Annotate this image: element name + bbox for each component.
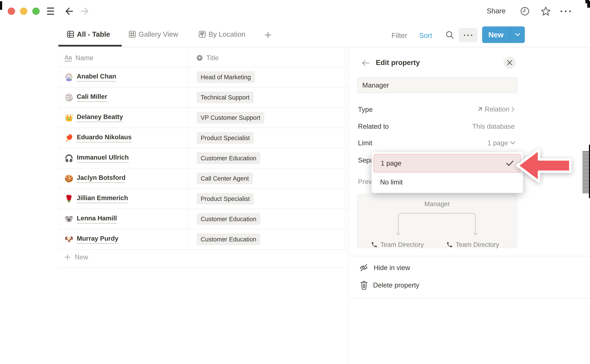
edge-artifact	[0, 1, 2, 10]
column-divider[interactable]	[188, 49, 188, 247]
table-row[interactable]: 🎡 Anabel Chan Head of Marketing	[58, 67, 348, 87]
name-cell[interactable]: 🏓 Eduardo Nikolaus	[58, 133, 188, 142]
name-cell[interactable]: 🏐 Cali Miller	[58, 93, 188, 102]
share-button[interactable]: Share	[487, 7, 506, 15]
row-title-pill: Head of Marketing	[197, 71, 255, 83]
back-icon[interactable]	[65, 7, 74, 15]
row-name-link[interactable]: Jillian Emmerich	[77, 194, 128, 203]
table-row[interactable]: 🏐 Cali Miller Technical Support	[58, 87, 348, 108]
type-value[interactable]: Relation	[477, 105, 515, 113]
table-view-icon	[67, 31, 74, 38]
name-cell[interactable]: 🐶 Murray Purdy	[58, 235, 188, 244]
tab-all-table[interactable]: All - Table	[67, 30, 110, 38]
table-row[interactable]: 🌹 Jillian Emmerich Product Specialist	[58, 189, 348, 209]
check-icon	[506, 160, 514, 166]
close-window-button[interactable]	[8, 7, 15, 15]
title-cell[interactable]: Customer Education	[188, 213, 348, 225]
limit-value[interactable]: 1 page	[487, 139, 516, 147]
column-header-name[interactable]: Aa Name	[58, 54, 188, 62]
more-options-icon[interactable]	[561, 10, 571, 12]
limit-dropdown-menu: 1 page No limit	[372, 152, 523, 193]
select-property-icon	[197, 55, 203, 61]
hide-in-view-button[interactable]: Hide in view	[359, 263, 410, 273]
row-title-pill: Product Specialist	[197, 132, 254, 144]
name-cell[interactable]: 👑 Delaney Beatty	[58, 113, 188, 122]
panel-title: Edit property	[376, 58, 420, 67]
row-title-pill: Product Specialist	[197, 193, 254, 205]
delete-property-button[interactable]: Delete property	[360, 280, 419, 290]
preview-child-right: Team Directory	[446, 241, 499, 248]
annotation-arrow	[513, 143, 578, 189]
phone-icon	[446, 241, 453, 248]
tab-gallery-view[interactable]: Gallery View	[129, 30, 178, 38]
history-clock-icon[interactable]	[520, 6, 530, 16]
type-label: Type	[358, 106, 373, 113]
name-cell[interactable]: 🌹 Jillian Emmerich	[58, 194, 188, 203]
row-title-pill: Customer Education	[197, 213, 260, 225]
row-title-pill: Technical Support	[197, 91, 254, 103]
row-name-link[interactable]: Lenna Hamill	[77, 214, 117, 223]
name-cell[interactable]: 🎧 Immanuel Ullrich	[58, 154, 188, 162]
name-cell[interactable]: 🎡 Anabel Chan	[58, 73, 188, 81]
table-row[interactable]: 🐨 Lenna Hamill Customer Education	[58, 209, 348, 229]
row-name-link[interactable]: Immanuel Ullrich	[77, 154, 129, 162]
row-title-pill: Customer Education	[197, 234, 260, 245]
preview-branch-arrows	[394, 210, 481, 238]
table-row[interactable]: 🎧 Immanuel Ullrich Customer Education	[58, 148, 348, 169]
title-cell[interactable]: Product Specialist	[188, 193, 348, 205]
dropdown-option-1-page[interactable]: 1 page	[373, 154, 521, 173]
table-rows: 🎡 Anabel Chan Head of Marketing 🏐 Cali M…	[58, 67, 348, 250]
panel-back-icon[interactable]	[361, 60, 370, 66]
row-emoji: 🍪	[65, 175, 73, 182]
name-cell[interactable]: 🍪 Jaclyn Botsford	[58, 174, 188, 183]
row-name-link[interactable]: Eduardo Nikolaus	[77, 133, 131, 142]
close-icon	[507, 60, 512, 65]
zoom-window-button[interactable]	[32, 7, 40, 15]
filter-button[interactable]: Filter	[392, 31, 407, 40]
table-row[interactable]: 👑 Delaney Beatty VP Customer Support	[58, 108, 348, 128]
dropdown-option-no-limit[interactable]: No limit	[373, 175, 521, 190]
new-button[interactable]: New	[482, 26, 525, 43]
tab-by-location[interactable]: By Location	[199, 30, 245, 38]
favorite-star-icon[interactable]	[541, 6, 551, 16]
sidebar-menu-icon[interactable]	[47, 7, 54, 15]
title-cell[interactable]: Customer Education	[188, 234, 348, 245]
title-cell[interactable]: VP Customer Support	[188, 112, 348, 124]
row-emoji: 🏓	[65, 134, 73, 142]
new-button-label[interactable]: New	[482, 26, 510, 43]
title-cell[interactable]: Call Center Agent	[188, 173, 348, 184]
row-emoji: 🌹	[65, 195, 73, 202]
sort-button[interactable]: Sort	[419, 31, 432, 40]
minimize-window-button[interactable]	[20, 7, 27, 15]
title-cell[interactable]: Customer Education	[188, 152, 348, 164]
name-cell[interactable]: 🐨 Lenna Hamill	[58, 214, 188, 223]
search-icon[interactable]	[445, 30, 454, 40]
row-title-pill: VP Customer Support	[197, 112, 264, 124]
column-label: Name	[75, 54, 93, 62]
row-name-link[interactable]: Murray Purdy	[77, 235, 118, 244]
property-name-input[interactable]: Manager	[357, 78, 517, 93]
new-row-button[interactable]: New	[58, 247, 348, 268]
related-to-value[interactable]: This database	[472, 123, 515, 130]
table-row[interactable]: 🐶 Murray Purdy Customer Education	[58, 229, 348, 250]
title-cell[interactable]: Technical Support	[188, 91, 348, 103]
chevron-right-icon	[511, 106, 515, 112]
tab-label: By Location	[209, 30, 245, 38]
view-options-button[interactable]	[459, 28, 477, 42]
table-header: Aa Name Title	[58, 49, 348, 67]
table-row[interactable]: 🍪 Jaclyn Botsford Call Center Agent	[58, 169, 348, 189]
row-name-link[interactable]: Jaclyn Botsford	[77, 174, 125, 183]
row-name-link[interactable]: Cali Miller	[77, 93, 107, 102]
table-row[interactable]: 🏓 Eduardo Nikolaus Product Specialist	[58, 128, 348, 148]
new-dropdown-chevron-icon[interactable]	[510, 26, 525, 43]
add-view-plus-icon[interactable]	[265, 32, 271, 38]
forward-icon[interactable]	[80, 7, 89, 15]
row-name-link[interactable]: Anabel Chan	[77, 73, 116, 81]
column-header-title[interactable]: Title	[188, 54, 219, 62]
close-panel-button[interactable]	[504, 57, 516, 69]
hide-in-view-label: Hide in view	[374, 264, 410, 272]
title-cell[interactable]: Head of Marketing	[188, 71, 348, 83]
row-name-link[interactable]: Delaney Beatty	[77, 113, 123, 122]
table-right-border[interactable]	[345, 49, 345, 247]
title-cell[interactable]: Product Specialist	[188, 132, 348, 144]
